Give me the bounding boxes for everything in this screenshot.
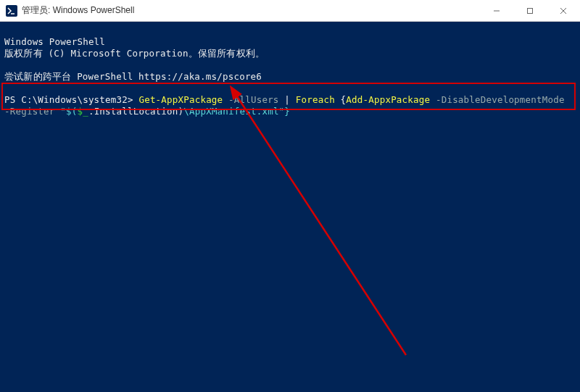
svg-rect-1 xyxy=(528,8,533,13)
dollar-under: $_ xyxy=(77,106,88,117)
prop-install-a: Insta xyxy=(94,106,123,117)
close-button[interactable] xyxy=(547,0,580,21)
pipe: | xyxy=(279,94,296,105)
cmd-foreach: Foreach xyxy=(296,94,335,105)
cmd-get-appxpackage: Get-AppXPackage xyxy=(138,94,223,105)
powershell-icon xyxy=(6,5,17,17)
string-close: "} xyxy=(279,106,290,117)
window-controls xyxy=(480,0,580,21)
dot: . xyxy=(88,106,94,117)
flag-allusers: -AllUsers xyxy=(228,94,279,105)
prop-install-b: llLocation xyxy=(122,106,178,117)
path-appxmanifest: \AppXManifest.xml xyxy=(183,106,278,117)
ps-banner-line3: 尝试新的跨平台 PowerShell https://aka.ms/pscore… xyxy=(4,71,262,82)
ps-banner-line2: 版权所有 (C) Microsoft Corporation。保留所有权利。 xyxy=(4,48,265,59)
string-open: "$( xyxy=(55,106,78,117)
prompt-path: PS C:\Windows\system32> xyxy=(4,94,133,105)
ps-banner-line1: Windows PowerShell xyxy=(4,36,105,47)
flag-register: -Register xyxy=(4,106,55,117)
cmd-add-appxpackage: Add-AppxPackage xyxy=(346,94,430,105)
svg-line-2 xyxy=(236,94,406,355)
maximize-button[interactable] xyxy=(513,0,547,21)
window-title: 管理员: Windows PowerShell xyxy=(22,4,480,17)
terminal-output[interactable]: Windows PowerShell 版权所有 (C) Microsoft Co… xyxy=(0,22,580,392)
brace-open: { xyxy=(335,94,346,105)
flag-disabledevmode: -DisableDevelopmentMode xyxy=(436,94,565,105)
minimize-button[interactable] xyxy=(480,0,513,21)
window-titlebar: 管理员: Windows PowerShell xyxy=(0,0,580,22)
